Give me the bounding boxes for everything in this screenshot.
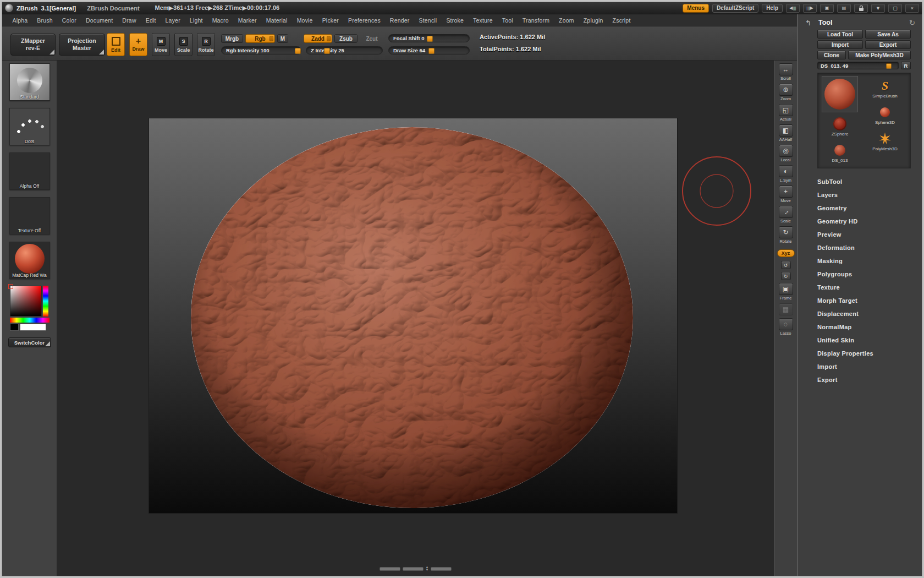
rainbow-bar[interactable] <box>10 318 50 323</box>
rotate-mode-button[interactable]: R Rotate <box>197 33 215 56</box>
focal-shift-handle[interactable] <box>427 36 433 42</box>
draw-size-handle[interactable] <box>428 48 435 54</box>
tray-scrub-right-button[interactable]: |||▶ <box>803 4 817 13</box>
menu-light[interactable]: Light <box>185 17 207 24</box>
scale-mode-button[interactable]: S Scale <box>174 33 193 56</box>
tray-icon-button[interactable]: ↺ <box>781 261 791 269</box>
menu-layer[interactable]: Layer <box>161 17 185 24</box>
section-preview[interactable]: Preview <box>805 228 915 241</box>
tray-frame[interactable]: ▣Frame <box>779 283 793 301</box>
tray-zoom[interactable]: ⊕Zoom <box>779 84 793 101</box>
divider-add-button[interactable]: ▣ <box>820 4 834 13</box>
thumb-dots[interactable]: Dots <box>9 108 50 145</box>
thumb-standard[interactable]: Standard <box>9 63 50 101</box>
primary-color-swatch[interactable] <box>20 324 46 331</box>
section-masking[interactable]: Masking <box>805 254 915 268</box>
section-layers[interactable]: Layers <box>805 188 915 201</box>
zsub-button[interactable]: Zsub <box>334 34 358 43</box>
saturation-value-square[interactable] <box>10 286 42 317</box>
dock-arrow-icon[interactable]: ↰ <box>805 19 815 27</box>
rgb-intensity-slider[interactable]: Rgb Intensity 100 <box>221 46 301 54</box>
rgb-intensity-handle[interactable] <box>295 48 301 54</box>
menu-tool[interactable]: Tool <box>497 17 518 24</box>
export-button[interactable]: Export <box>865 40 911 49</box>
menu-edit[interactable]: Edit <box>141 17 161 24</box>
tool-select-slider[interactable]: DS_013. 49 <box>817 62 899 69</box>
menu-render[interactable]: Render <box>385 17 414 24</box>
rgb-button[interactable]: Rgb <box>245 34 275 43</box>
tool-thumb-simplebrush[interactable]: SimpleBrush <box>862 76 908 101</box>
hue-strip[interactable] <box>43 286 48 317</box>
tray-l-sym[interactable]: ◐L.Sym <box>779 165 793 183</box>
scrollbar-track-right[interactable] <box>431 567 452 571</box>
menu-stencil[interactable]: Stencil <box>414 17 442 24</box>
scrollbar-track[interactable] <box>380 567 400 571</box>
section-deformation[interactable]: Deformation <box>805 241 915 254</box>
scrollbar-thumb[interactable] <box>403 567 424 571</box>
menu-movie[interactable]: Movie <box>292 17 317 24</box>
menu-material[interactable]: Material <box>261 17 292 24</box>
section-display-properties[interactable]: Display Properties <box>805 347 915 360</box>
tool-thumb-zsphere[interactable]: ZSphere <box>821 114 859 139</box>
menu-marker[interactable]: Marker <box>233 17 261 24</box>
lock-button[interactable] <box>854 4 868 13</box>
edit-mode-button[interactable]: Edit <box>107 33 125 56</box>
section-morph-target[interactable]: Morph Target <box>805 294 915 307</box>
close-button[interactable]: × <box>905 4 919 13</box>
load-tool-button[interactable]: Load Tool <box>817 30 863 39</box>
tool-thumb-polymesh3d[interactable]: PolyMesh3D <box>862 129 908 154</box>
menu-brush[interactable]: Brush <box>32 17 57 24</box>
tray-move[interactable]: +Move <box>779 186 793 203</box>
default-zscript-button[interactable]: DefaultZScript <box>712 4 758 13</box>
section-texture[interactable]: Texture <box>805 281 915 294</box>
tray-xyz[interactable]: Xyz <box>777 249 795 257</box>
tray-lasso[interactable]: ◌Lasso <box>779 318 793 336</box>
document-canvas[interactable] <box>149 118 677 513</box>
tray-aahalf[interactable]: ◧AAHalf <box>779 124 793 142</box>
mrgb-button[interactable]: Mrgb <box>221 34 243 43</box>
divider-remove-button[interactable]: ▤ <box>837 4 851 13</box>
menu-document[interactable]: Document <box>81 17 117 24</box>
menu-color[interactable]: Color <box>57 17 81 24</box>
zadd-button[interactable]: Zadd <box>304 34 332 43</box>
section-export[interactable]: Export <box>805 373 915 386</box>
section-polygroups[interactable]: Polygroups <box>805 268 915 281</box>
section-unified-skin[interactable]: Unified Skin <box>805 334 915 347</box>
tray-local[interactable]: ◎Local <box>779 145 793 162</box>
help-button[interactable]: Help <box>762 4 783 13</box>
menu-macro[interactable]: Macro <box>207 17 233 24</box>
tray-scale[interactable]: ↔Scale <box>779 206 793 223</box>
menu-zscript[interactable]: Zscript <box>608 17 635 24</box>
clone-button[interactable]: Clone <box>817 51 846 59</box>
tray-actual[interactable]: ◱Actual <box>779 104 793 122</box>
thumb-texture-off[interactable]: Texture Off <box>9 197 50 235</box>
restore-config-button[interactable]: R <box>901 62 911 69</box>
menu-zplugin[interactable]: Zplugin <box>579 17 608 24</box>
restore-button[interactable]: ▢ <box>888 4 902 13</box>
current-tool-preview[interactable] <box>822 76 858 112</box>
save-as-button[interactable]: Save As <box>865 30 911 39</box>
thumb-matcap-red-wa[interactable]: MatCap Red Wa <box>9 242 50 279</box>
zmapper-button[interactable]: ZMapper rev-E <box>10 34 56 56</box>
zcut-button[interactable]: Zcut <box>361 34 383 43</box>
focal-shift-slider[interactable]: Focal Shift 0 <box>388 34 470 42</box>
menu-picker[interactable]: Picker <box>317 17 343 24</box>
refresh-icon[interactable]: ↻ <box>909 19 915 27</box>
move-mode-button[interactable]: M Move <box>152 33 170 56</box>
scroll-down-icon[interactable]: ▼ <box>426 569 429 571</box>
canvas-scrollbar[interactable]: ▲ ▼ <box>380 566 452 571</box>
thumb-alpha-off[interactable]: Alpha Off <box>9 152 50 190</box>
import-button[interactable]: Import <box>817 40 863 49</box>
tray-rotate[interactable]: ↻Rotate <box>779 226 793 244</box>
menu-preferences[interactable]: Preferences <box>344 17 386 24</box>
make-polymesh3d-button[interactable]: Make PolyMesh3D <box>848 51 911 59</box>
menu-draw[interactable]: Draw <box>118 17 141 24</box>
section-geometry-hd[interactable]: Geometry HD <box>805 215 915 228</box>
tray-icon-button[interactable]: ↻ <box>781 272 791 280</box>
secondary-color-swatch[interactable] <box>10 324 19 331</box>
menu-alpha[interactable]: Alpha <box>8 17 32 24</box>
section-geometry[interactable]: Geometry <box>805 201 915 215</box>
menu-zoom[interactable]: Zoom <box>554 17 579 24</box>
menu-stroke[interactable]: Stroke <box>442 17 469 24</box>
section-displacement[interactable]: Displacement <box>805 307 915 320</box>
